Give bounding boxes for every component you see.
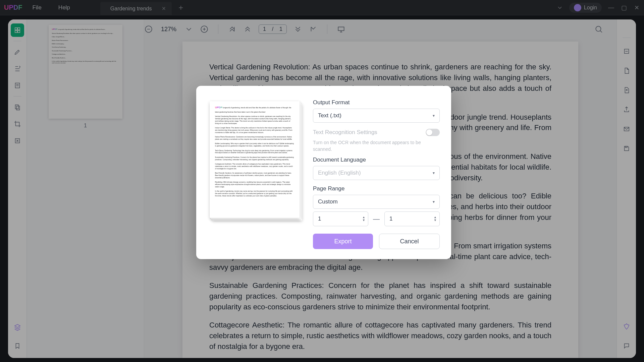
ocr-label: Text Recognition Settings [313,129,377,136]
language-label: Document Language [313,157,440,163]
range-to-field[interactable]: 1 ▲▼ [384,212,440,226]
chevron-down-icon: ▾ [433,171,435,175]
chevron-down-icon: ▾ [433,199,435,204]
output-format-select[interactable]: Text (.txt) ▾ [313,109,440,123]
output-format-label: Output Format [313,99,440,106]
output-format-value: Text (.txt) [318,112,341,119]
spinner-down-icon[interactable]: ▼ [362,219,365,222]
language-value: English (English) [318,170,361,176]
dialog-form: Output Format Text (.txt) ▾ Text Recogni… [313,99,440,249]
page-range-select[interactable]: Custom ▾ [313,195,440,209]
range-to-value: 1 [389,216,392,222]
ocr-hint: Turn on the OCR when the document appear… [313,139,440,153]
language-select[interactable]: English (English) ▾ [313,166,440,180]
page-range-label: Page Range [313,185,440,192]
ocr-toggle[interactable] [426,129,440,136]
export-dialog: UPDF longworld of gardening, trends ebb … [196,86,451,259]
range-separator: — [373,215,380,223]
cancel-button[interactable]: Cancel [379,234,440,249]
page-range-value: Custom [318,198,338,205]
dialog-preview: UPDF longworld of gardening, trends ebb … [208,99,302,220]
chevron-down-icon: ▾ [433,113,435,118]
range-from-field[interactable]: 1 ▲▼ [313,212,368,226]
spinner-down-icon[interactable]: ▼ [434,219,437,222]
range-from-value: 1 [318,216,321,222]
export-button[interactable]: Export [313,234,373,249]
